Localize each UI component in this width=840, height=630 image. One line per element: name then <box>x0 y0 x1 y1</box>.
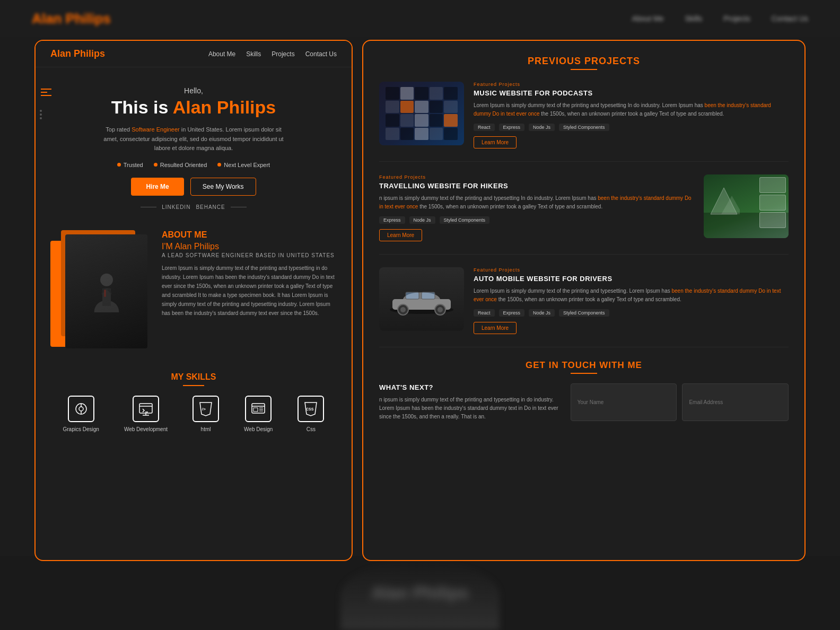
project-card-music: Featured Projects MUSIC WEBSITE FOR PODC… <box>379 82 789 148</box>
tech-express-1: Express <box>499 124 525 131</box>
hiking-image <box>704 174 789 238</box>
svg-rect-28 <box>406 292 419 299</box>
hire-me-button[interactable]: Hire Me <box>131 178 183 196</box>
projects-section-title: PREVIOUS PROJECTS <box>379 56 789 67</box>
sidebar-line-3 <box>41 95 51 96</box>
svg-rect-4 <box>104 290 106 297</box>
hero-badges: Trusted Resulted Oriented Next Level Exp… <box>50 162 337 168</box>
contact-name-input[interactable] <box>571 383 677 421</box>
mc10 <box>444 101 458 113</box>
about-content: ABOUT ME I'M Alan Philips A LEAD SOFTWAR… <box>162 230 337 318</box>
skill-graphics: Grapics Design <box>63 396 99 432</box>
about-section: ABOUT ME I'M Alan Philips A LEAD SOFTWAR… <box>36 221 352 362</box>
badge-dot-2 <box>154 163 158 167</box>
svg-rect-18 <box>253 408 258 412</box>
project-card-hiking: Featured Projects TRAVELLING WEBSITE FOR… <box>379 174 789 241</box>
top-nav-logo: Alan Philips <box>32 11 111 27</box>
project-card-auto: Featured Projects AUTO MOBILE WEBSITE FO… <box>379 267 789 334</box>
css-svg: CSS <box>303 401 318 416</box>
divider-2 <box>379 254 789 255</box>
learn-more-auto[interactable]: Learn More <box>474 322 517 334</box>
svg-point-6 <box>79 407 83 411</box>
graphics-svg <box>74 401 89 416</box>
mc16 <box>386 128 399 141</box>
mc15 <box>444 114 458 127</box>
svg-text:CSS: CSS <box>306 407 314 411</box>
project-desc-music: Lorem Ipsum is simply dummy text of the … <box>474 101 789 118</box>
about-name-value: Alan Philips <box>174 242 219 251</box>
svg-point-31 <box>400 307 406 312</box>
contact-title-white: GET IN TOUCH <box>526 360 597 370</box>
badge-trusted: Trusted <box>117 162 143 168</box>
project-thumb-music <box>379 82 464 145</box>
project-thumb-hiking <box>704 174 789 238</box>
html-icon: /> <box>192 396 219 422</box>
mc3 <box>415 87 428 100</box>
css-icon: CSS <box>298 396 324 422</box>
project-thumb-auto <box>379 267 464 331</box>
webdesign-svg <box>251 401 266 416</box>
hero-social-links: LINKEDIN BEHANCE <box>50 204 337 210</box>
music-desc-highlight: been the industry's standard dummy Do in… <box>474 102 771 117</box>
car-svg <box>387 281 456 318</box>
badge-expert: Next Level Expert <box>217 162 270 168</box>
tech-react-1: React <box>474 124 495 131</box>
badge-dot-1 <box>117 163 121 167</box>
sidebar-dot-3 <box>40 117 42 119</box>
lp-nav-about[interactable]: About Me <box>208 50 235 58</box>
top-nav-links: About Me Skills Projects Contact Us <box>632 14 808 23</box>
project-techs-auto: React Express Node Js Styled Components <box>474 309 789 317</box>
about-photo <box>65 234 147 348</box>
contact-next-desc: n ipsum is simply dummy text of the prin… <box>379 396 561 421</box>
behance-link[interactable]: BEHANCE <box>196 204 225 210</box>
auto-image <box>379 267 464 331</box>
project-info-music: Featured Projects MUSIC WEBSITE FOR PODC… <box>474 82 789 148</box>
project-tag-auto: Featured Projects <box>474 267 789 273</box>
about-role: A LEAD SOFTWARE ENGINEER BASED IN UNITED… <box>162 252 337 258</box>
svg-point-0 <box>100 274 113 286</box>
mc9 <box>430 101 443 113</box>
project-desc-hiking: n ipsum is simply dummy text of the prin… <box>379 194 694 211</box>
hiking-screen-3 <box>759 212 786 228</box>
mc7 <box>400 101 414 113</box>
skills-grid: Grapics Design Web Development <box>50 396 337 432</box>
projects-title-underline <box>571 69 597 70</box>
learn-more-hiking[interactable]: Learn More <box>379 229 422 241</box>
contact-row: WHAT'S NEXT? n ipsum is simply dummy tex… <box>379 383 789 421</box>
see-my-works-button[interactable]: See My Works <box>190 178 256 196</box>
skill-webdev-label: Web Development <box>124 426 168 432</box>
contact-form-fields <box>571 383 789 421</box>
lp-nav-contact[interactable]: Contact Us <box>305 50 337 58</box>
html-svg: /> <box>198 401 213 416</box>
badge-trusted-label: Trusted <box>124 162 143 168</box>
svg-rect-29 <box>422 292 435 299</box>
skill-graphics-label: Grapics Design <box>63 426 99 432</box>
person-silhouette <box>85 270 128 312</box>
projects-title-orange: PROJECTS <box>581 56 640 66</box>
webdesign-icon <box>245 396 272 422</box>
tech-styled-3: Styled Components <box>559 309 609 317</box>
project-techs-music: React Express Node Js Styled Components <box>474 124 789 131</box>
sidebar-dot-1 <box>40 110 42 112</box>
hero-buttons: Hire Me See My Works <box>50 178 337 196</box>
mc13 <box>415 114 428 127</box>
skills-title-orange: SKILLS <box>183 372 216 381</box>
mc5 <box>444 87 458 100</box>
mc2 <box>400 87 414 100</box>
lp-logo-second: Philips <box>71 48 105 59</box>
lp-logo-first: Alan <box>50 48 71 59</box>
linkedin-link[interactable]: LINKEDIN <box>162 204 190 210</box>
contact-email-input[interactable] <box>682 383 789 421</box>
sidebar-dots <box>40 110 42 119</box>
lp-nav-projects[interactable]: Projects <box>272 50 294 58</box>
hiking-screen-1 <box>759 177 786 193</box>
mountain-icon <box>708 185 740 217</box>
about-title: ABOUT ME <box>162 230 337 240</box>
project-info-auto: Featured Projects AUTO MOBILE WEBSITE FO… <box>474 267 789 334</box>
hero-title: This is Alan Philips <box>50 97 337 118</box>
webdev-icon <box>133 396 159 422</box>
learn-more-music[interactable]: Learn More <box>474 136 517 148</box>
mc20 <box>444 128 458 141</box>
lp-nav-skills[interactable]: Skills <box>246 50 261 58</box>
hero-greeting: Hello, <box>50 86 337 95</box>
